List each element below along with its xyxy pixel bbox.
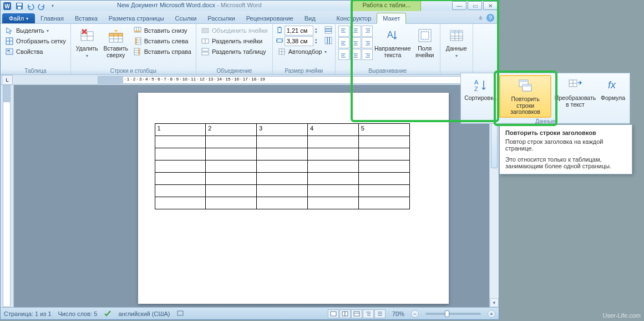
tab-home[interactable]: Главная bbox=[35, 13, 69, 23]
svg-rect-41 bbox=[277, 39, 282, 42]
redo-icon[interactable] bbox=[37, 2, 46, 11]
align-top-left[interactable] bbox=[338, 26, 349, 37]
cell-margins-button[interactable]: Поля ячейки bbox=[413, 26, 437, 59]
save-icon[interactable] bbox=[15, 2, 24, 11]
align-mid-center[interactable] bbox=[350, 37, 361, 48]
view-web[interactable] bbox=[351, 309, 362, 318]
svg-text:fx: fx bbox=[608, 79, 616, 91]
zoom-out-button[interactable]: − bbox=[411, 310, 419, 318]
table-cell[interactable]: 5 bbox=[358, 124, 409, 136]
tab-references[interactable]: Ссылки bbox=[170, 13, 202, 23]
row-height-icon bbox=[276, 26, 283, 35]
select-button[interactable]: Выделить ▾ bbox=[3, 26, 68, 36]
tab-mailings[interactable]: Рассылки bbox=[202, 13, 240, 23]
properties-button[interactable]: Свойства bbox=[3, 47, 68, 57]
close-button[interactable]: ✕ bbox=[483, 1, 498, 10]
table-cell[interactable]: 4 bbox=[307, 124, 358, 136]
split-table-button[interactable]: Разделить таблицу bbox=[199, 47, 270, 57]
status-bar: Страница: 1 из 1 Число слов: 5 английски… bbox=[1, 307, 499, 319]
document-area[interactable]: 1 2 3 4 5 bbox=[14, 85, 489, 307]
horizontal-ruler[interactable]: · 1 · 2 · 3 · 4 · 5 · 6 · 7 · 8 · 9 · 10… bbox=[98, 76, 488, 84]
tab-design-context[interactable]: Конструктор bbox=[331, 13, 377, 23]
minimize-ribbon-icon[interactable]: ۵ bbox=[479, 15, 482, 21]
table-row bbox=[155, 173, 409, 185]
svg-rect-84 bbox=[178, 311, 183, 315]
zoom-slider[interactable] bbox=[425, 313, 481, 315]
delete-button[interactable]: Удалить bbox=[74, 26, 100, 60]
svg-rect-25 bbox=[135, 38, 137, 44]
titlebar: W ▾ New Документ Microsoft Word.docx - M… bbox=[1, 1, 499, 11]
insert-row-below-icon bbox=[133, 26, 142, 35]
table-cell[interactable]: 2 bbox=[206, 124, 257, 136]
tooltip: Повторить строки заголовков Повтор строк… bbox=[499, 124, 632, 174]
horizontal-ruler-row: L · 1 · 2 · 3 · 4 · 5 · 6 · 7 · 8 · 9 · … bbox=[1, 75, 499, 85]
autofit-button[interactable]: Автоподбор ▾ bbox=[276, 47, 332, 57]
sort-icon: AZ bbox=[471, 76, 489, 94]
ribbon-group-table: Выделить ▾ Отобразить сетку Свойства Таб… bbox=[1, 24, 71, 74]
delete-table-icon bbox=[78, 27, 96, 44]
grid-icon bbox=[5, 37, 14, 46]
document-table[interactable]: 1 2 3 4 5 bbox=[155, 123, 410, 209]
insert-below-button[interactable]: Вставить снизу bbox=[131, 26, 193, 36]
align-bot-center[interactable] bbox=[350, 49, 361, 60]
tab-selector[interactable]: L bbox=[2, 75, 13, 85]
text-direction-button[interactable]: A Направление текста bbox=[375, 26, 410, 59]
ribbon-right-controls: ۵ ? bbox=[475, 12, 499, 23]
view-draft[interactable] bbox=[374, 309, 386, 318]
tab-review[interactable]: Рецензирование bbox=[241, 13, 299, 23]
status-language[interactable]: английский (США) bbox=[118, 310, 170, 317]
tab-insert[interactable]: Вставка bbox=[69, 13, 103, 23]
split-cells-icon bbox=[201, 37, 210, 46]
align-bot-left[interactable] bbox=[338, 49, 349, 60]
convert-to-text-button[interactable]: Преобразовать в текст bbox=[554, 75, 597, 109]
align-top-right[interactable] bbox=[362, 26, 373, 37]
align-mid-left[interactable] bbox=[338, 37, 349, 48]
vertical-ruler[interactable] bbox=[3, 85, 11, 307]
insert-right-button[interactable]: Вставить справа bbox=[131, 47, 193, 57]
help-icon[interactable]: ? bbox=[486, 14, 494, 22]
maximize-button[interactable]: ▭ bbox=[468, 1, 482, 10]
row-height-control[interactable]: 1,21 см ▲▼ bbox=[276, 26, 332, 36]
spell-check-icon[interactable] bbox=[104, 309, 111, 318]
undo-icon[interactable] bbox=[26, 2, 35, 11]
table-cell[interactable]: 3 bbox=[257, 124, 308, 136]
svg-rect-86 bbox=[342, 312, 345, 316]
view-print-layout[interactable] bbox=[328, 309, 339, 318]
document-page: 1 2 3 4 5 bbox=[138, 93, 449, 304]
split-cells-button[interactable]: Разделить ячейки bbox=[199, 36, 270, 46]
tab-page-layout[interactable]: Разметка страницы bbox=[103, 13, 170, 23]
align-top-center[interactable] bbox=[350, 26, 361, 37]
status-words[interactable]: Число слов: 5 bbox=[58, 310, 98, 317]
svg-rect-37 bbox=[278, 27, 281, 33]
window-title: New Документ Microsoft Word.docx - Micro… bbox=[117, 2, 262, 8]
zoom-in-button[interactable]: + bbox=[488, 310, 495, 318]
align-mid-right[interactable] bbox=[362, 37, 373, 48]
formula-button[interactable]: fx Формула bbox=[599, 75, 627, 103]
file-tab[interactable]: Файл bbox=[2, 13, 35, 23]
view-outline[interactable] bbox=[363, 309, 374, 318]
repeat-header-rows-button[interactable]: Повторить строки заголовков bbox=[499, 75, 551, 118]
insert-row-above-icon bbox=[107, 27, 125, 44]
zoom-percent[interactable]: 70% bbox=[392, 310, 404, 317]
show-gridlines-button[interactable]: Отобразить сетку bbox=[3, 36, 68, 46]
status-insert-mode[interactable] bbox=[176, 310, 184, 318]
view-reading[interactable] bbox=[339, 309, 351, 318]
document-name: New Документ Microsoft Word.docx bbox=[117, 2, 215, 8]
insert-above-button[interactable]: Вставить сверху bbox=[103, 26, 129, 59]
cursor-icon bbox=[5, 26, 14, 35]
distribute-cols-icon[interactable] bbox=[324, 37, 332, 46]
minimize-button[interactable]: — bbox=[452, 1, 466, 10]
table-cell[interactable]: 1 bbox=[155, 124, 206, 136]
tab-view[interactable]: Вид bbox=[299, 13, 321, 23]
distribute-rows-icon[interactable] bbox=[324, 26, 332, 35]
col-width-control[interactable]: 3,38 см ▲▼ bbox=[276, 36, 332, 46]
align-bot-right[interactable] bbox=[362, 49, 373, 60]
insert-left-button[interactable]: Вставить слева bbox=[131, 36, 193, 46]
qat-customize-icon[interactable]: ▾ bbox=[48, 2, 57, 11]
data-dropdown-button[interactable]: Данные bbox=[443, 26, 470, 60]
scroll-down-icon[interactable]: ▼ bbox=[490, 298, 499, 307]
status-page[interactable]: Страница: 1 из 1 bbox=[4, 310, 52, 317]
svg-rect-79 bbox=[450, 31, 463, 33]
sort-button[interactable]: AZ Сортировка bbox=[464, 75, 497, 103]
tab-layout-context[interactable]: Макет bbox=[377, 13, 406, 24]
